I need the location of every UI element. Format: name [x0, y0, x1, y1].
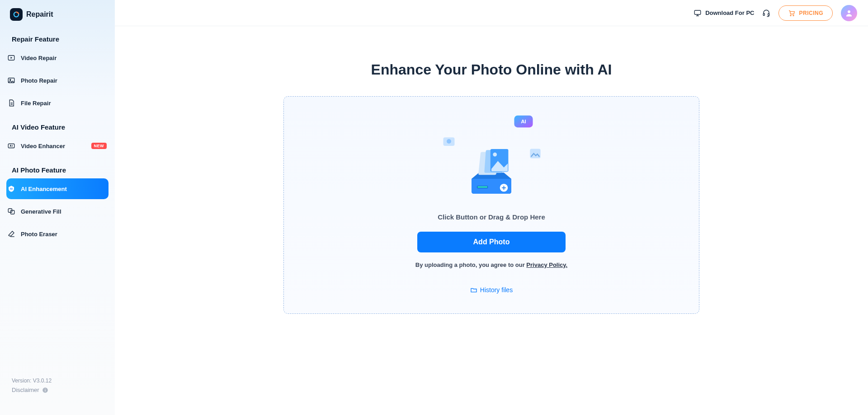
history-label: History files — [480, 286, 513, 294]
privacy-policy-link[interactable]: Privacy Policy. — [526, 261, 567, 268]
sidebar-section-ai-video: AI Video Feature — [0, 115, 115, 134]
sidebar-section-ai-photo: AI Photo Feature — [0, 158, 115, 177]
sidebar-item-generative-fill[interactable]: Generative Fill — [6, 201, 108, 222]
sidebar-item-video-enhancer[interactable]: Video Enhancer NEW — [6, 135, 108, 156]
sidebar-item-label: Photo Repair — [21, 77, 57, 84]
add-photo-button[interactable]: Add Photo — [417, 232, 566, 252]
sidebar-item-label: Generative Fill — [21, 208, 61, 215]
consent-text: By uploading a photo, you agree to our P… — [415, 261, 567, 268]
svg-point-23 — [493, 153, 497, 157]
topbar: Download For PC PRICING — [115, 0, 868, 26]
app-logo-icon — [10, 8, 23, 21]
user-icon — [845, 9, 853, 17]
svg-rect-18 — [477, 187, 487, 188]
sidebar-item-photo-eraser[interactable]: Photo Eraser — [6, 224, 108, 244]
disclaimer-label: Disclaimer — [12, 387, 39, 393]
download-for-pc-link[interactable]: Download For PC — [693, 9, 754, 17]
svg-point-15 — [793, 15, 794, 16]
version-text: Version: V3.0.12 — [12, 378, 103, 384]
ai-badge-icon: AI — [7, 185, 15, 193]
upload-dropzone[interactable]: AI Click Button or Drag & Drop Here Add … — [283, 96, 699, 314]
sidebar-item-label: File Repair — [21, 100, 51, 107]
section-title: Repair Feature — [12, 35, 108, 43]
svg-text:AI: AI — [10, 187, 13, 190]
consent-pre: By uploading a photo, you agree to our — [415, 261, 527, 268]
new-badge: NEW — [91, 143, 107, 149]
app-name: Repairit — [26, 10, 53, 19]
section-title: AI Photo Feature — [12, 166, 108, 174]
camera-float-icon — [442, 135, 456, 148]
cart-icon — [788, 9, 795, 17]
sidebar-item-ai-enhancement[interactable]: AI AI Enhancement — [6, 178, 108, 199]
svg-text:AI: AI — [521, 118, 526, 124]
pricing-label: PRICING — [799, 10, 823, 16]
svg-point-25 — [447, 139, 451, 144]
svg-rect-13 — [768, 13, 769, 15]
folder-icon — [470, 286, 477, 294]
sidebar-item-video-repair[interactable]: Video Repair — [6, 47, 108, 68]
ai-float-icon: AI — [514, 114, 533, 129]
svg-point-3 — [10, 79, 11, 80]
upload-illustration: AI — [444, 113, 539, 203]
download-label: Download For PC — [705, 9, 754, 16]
svg-rect-10 — [45, 388, 45, 389]
svg-rect-12 — [764, 13, 765, 15]
eraser-icon — [7, 230, 15, 238]
sidebar-item-file-repair[interactable]: File Repair — [6, 93, 108, 113]
sidebar-item-label: AI Enhancement — [21, 186, 67, 192]
sidebar: Repairit Repair Feature Video Repair Pho… — [0, 0, 115, 415]
sidebar-footer: Version: V3.0.12 Disclaimer — [0, 378, 115, 407]
info-icon — [42, 387, 48, 393]
svg-point-14 — [790, 15, 791, 16]
section-title: AI Video Feature — [12, 123, 108, 131]
sidebar-item-photo-repair[interactable]: Photo Repair — [6, 70, 108, 91]
monitor-icon — [693, 9, 702, 17]
image-float-icon — [529, 147, 542, 160]
page-title: Enhance Your Photo Online with AI — [371, 61, 612, 78]
support-icon[interactable] — [762, 9, 770, 17]
svg-point-16 — [848, 10, 850, 13]
sidebar-item-label: Video Repair — [21, 55, 57, 61]
pricing-button[interactable]: PRICING — [778, 5, 833, 21]
avatar-button[interactable] — [841, 5, 857, 21]
history-files-link[interactable]: History files — [470, 286, 513, 294]
main-area: Download For PC PRICING Enhance Your Pho… — [115, 0, 868, 415]
sidebar-item-label: Video Enhancer — [21, 143, 65, 149]
content: Enhance Your Photo Online with AI — [115, 26, 868, 415]
photo-icon — [7, 76, 15, 84]
sidebar-item-label: Photo Eraser — [21, 231, 57, 238]
drop-hint: Click Button or Drag & Drop Here — [438, 213, 545, 221]
logo[interactable]: Repairit — [0, 8, 115, 27]
svg-rect-11 — [694, 10, 701, 14]
svg-rect-9 — [45, 389, 45, 391]
play-box-icon — [7, 54, 15, 62]
ai-video-icon — [7, 142, 15, 150]
sidebar-section-repair: Repair Feature — [0, 27, 115, 46]
disclaimer-link[interactable]: Disclaimer — [12, 387, 103, 393]
generative-icon — [7, 207, 15, 215]
file-icon — [7, 99, 15, 107]
